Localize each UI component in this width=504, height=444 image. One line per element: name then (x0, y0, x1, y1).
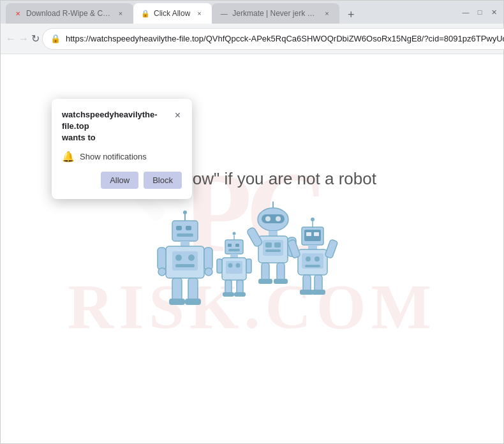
svg-rect-16 (172, 278, 182, 300)
tab3-close[interactable]: × (322, 8, 332, 18)
tabs-area: ✕ Download R-Wipe & Clean 20 × 🔒 Click A… (6, 1, 456, 24)
svg-rect-21 (228, 244, 232, 247)
svg-rect-12 (158, 248, 166, 270)
svg-rect-19 (185, 299, 201, 305)
svg-rect-46 (265, 242, 272, 248)
tab3-favicon: — (219, 9, 228, 18)
reload-icon: ↻ (31, 33, 40, 45)
svg-rect-28 (226, 261, 242, 274)
popup-header: watchspeedyheavilythe-file.top wants to … (62, 109, 182, 144)
popup-buttons: Allow Block (62, 172, 182, 189)
svg-point-65 (315, 256, 320, 262)
tab2-close[interactable]: × (194, 8, 204, 18)
tab-download-rwipe[interactable]: ✕ Download R-Wipe & Clean 20 × (6, 3, 133, 24)
svg-point-30 (236, 263, 241, 267)
popup-site-info: watchspeedyheavilythe-file.top wants to (62, 109, 174, 144)
svg-rect-69 (303, 275, 311, 292)
svg-rect-52 (277, 263, 285, 281)
svg-point-5 (183, 211, 187, 214)
svg-rect-51 (262, 263, 269, 281)
svg-rect-26 (230, 254, 238, 258)
tab-jerkmate[interactable]: — Jerkmate | Never jerk off alone... × (212, 3, 339, 24)
page-content: 🔍 PC RISK.COM Click "Allow" if you are n… (1, 54, 503, 443)
forward-icon: → (19, 33, 29, 45)
svg-rect-66 (305, 265, 320, 267)
svg-rect-36 (234, 292, 246, 297)
svg-rect-0 (172, 221, 198, 241)
back-icon: ← (6, 33, 16, 45)
svg-point-13 (158, 268, 166, 276)
svg-point-60 (311, 218, 315, 221)
address-text: https://watchspeedyheavilythe-file.top/Q… (66, 34, 504, 43)
svg-point-25 (233, 232, 236, 235)
svg-rect-33 (225, 280, 232, 294)
close-window-button[interactable]: ✕ (489, 8, 498, 17)
tab1-title: Download R-Wipe & Clean 20 (26, 9, 112, 18)
notification-text: Show notifications (80, 152, 147, 161)
svg-rect-48 (265, 249, 281, 252)
svg-rect-34 (237, 280, 243, 294)
svg-rect-31 (217, 259, 222, 273)
tab1-favicon: ✕ (13, 9, 22, 18)
notification-icon: 🔔 (62, 151, 75, 163)
svg-rect-72 (312, 290, 325, 295)
svg-rect-32 (246, 259, 251, 273)
window-controls: — □ ✕ (461, 8, 498, 17)
svg-point-10 (188, 255, 195, 261)
svg-rect-14 (204, 248, 212, 270)
svg-rect-61 (308, 245, 317, 249)
new-tab-button[interactable]: + (342, 6, 360, 24)
svg-point-39 (265, 216, 271, 221)
tab2-title: Click Allow (154, 9, 190, 18)
svg-point-15 (205, 268, 212, 276)
back-button[interactable]: ← (6, 29, 16, 49)
svg-rect-1 (176, 226, 182, 230)
forward-button[interactable]: → (19, 29, 29, 49)
svg-point-40 (276, 216, 281, 221)
svg-rect-17 (188, 278, 198, 300)
svg-rect-6 (181, 241, 189, 246)
block-button[interactable]: Block (144, 172, 182, 189)
svg-point-29 (228, 263, 233, 267)
svg-rect-58 (314, 232, 319, 236)
svg-rect-8 (172, 251, 198, 270)
svg-rect-70 (315, 275, 322, 292)
svg-rect-71 (300, 290, 313, 295)
tab1-close[interactable]: × (115, 8, 126, 18)
robots-svg (156, 202, 348, 329)
lock-icon: 🔒 (50, 34, 61, 43)
maximize-button[interactable]: □ (475, 8, 484, 17)
browser-window: ✕ Download R-Wipe & Clean 20 × 🔒 Click A… (0, 0, 504, 444)
minimize-button[interactable]: — (461, 8, 470, 17)
svg-rect-45 (263, 240, 283, 256)
svg-rect-53 (258, 279, 272, 284)
allow-button[interactable]: Allow (101, 172, 138, 189)
svg-rect-11 (175, 264, 195, 267)
svg-rect-18 (169, 299, 185, 305)
address-bar[interactable]: 🔒 https://watchspeedyheavilythe-file.top… (42, 28, 504, 50)
svg-rect-20 (225, 240, 243, 254)
popup-close-button[interactable]: × (174, 109, 182, 122)
title-bar: ✕ Download R-Wipe & Clean 20 × 🔒 Click A… (1, 1, 503, 24)
permission-popup: watchspeedyheavilythe-file.top wants to … (52, 99, 192, 199)
navigation-bar: ← → ↻ 🔒 https://watchspeedyheavilythe-fi… (1, 24, 503, 54)
svg-rect-54 (274, 279, 288, 284)
tab-click-allow[interactable]: 🔒 Click Allow × (133, 3, 212, 24)
svg-point-64 (306, 256, 311, 262)
robots-illustration (156, 202, 348, 329)
svg-rect-68 (325, 239, 338, 258)
reload-button[interactable]: ↻ (31, 29, 40, 49)
svg-point-9 (175, 255, 182, 261)
svg-rect-35 (223, 292, 234, 297)
svg-rect-43 (269, 231, 278, 236)
svg-rect-2 (186, 226, 191, 230)
svg-rect-23 (228, 249, 240, 251)
svg-rect-38 (262, 214, 285, 223)
tab3-title: Jerkmate | Never jerk off alone... (232, 9, 318, 18)
tab2-favicon: 🔒 (141, 9, 150, 18)
popup-notification-row: 🔔 Show notifications (62, 151, 182, 163)
svg-rect-3 (177, 233, 193, 237)
popup-site-name: watchspeedyheavilythe-file.top (62, 110, 158, 131)
svg-rect-57 (306, 232, 311, 236)
svg-rect-22 (235, 244, 239, 247)
